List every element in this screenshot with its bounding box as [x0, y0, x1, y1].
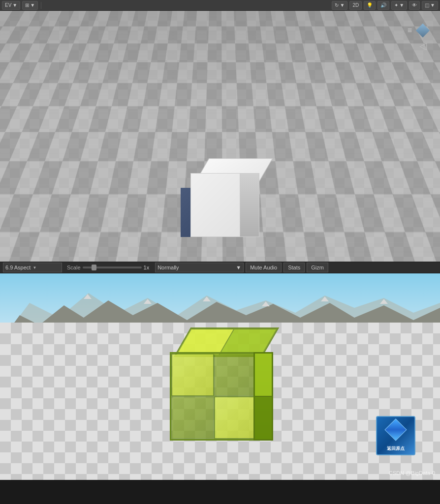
- refresh-arrow: ▼: [340, 2, 345, 8]
- fx-icon: ✦: [394, 2, 398, 8]
- layers-arrow: ▼: [430, 2, 435, 8]
- yellow-cube-front: [170, 352, 258, 441]
- ev-label: EV: [5, 2, 11, 8]
- ycube-right-cell-1: [254, 353, 272, 396]
- stats-button[interactable]: Stats: [283, 263, 305, 272]
- ycube-cell-2: [214, 354, 257, 396]
- fx-button[interactable]: ✦ ▼: [391, 1, 407, 10]
- scale-value: 1x: [144, 265, 150, 270]
- ev-button[interactable]: EV ▼: [2, 1, 20, 10]
- stats-label: Stats: [288, 265, 300, 270]
- eye-icon: 👁: [412, 2, 417, 8]
- light-button[interactable]: 💡: [364, 1, 376, 10]
- aspect-arrow: ▼: [32, 266, 36, 270]
- watermark-text: CSDN @BigData-0: [389, 470, 435, 476]
- scale-thumb: [92, 265, 96, 270]
- aspect-label: 6.9 Aspect: [5, 265, 31, 270]
- ycube-cell-1: [171, 354, 214, 396]
- return-btn-label: 返回原点: [377, 446, 414, 451]
- white-cube: [181, 158, 259, 237]
- yellow-cube: [155, 327, 273, 441]
- gizmo-arrow-down: ◁: [419, 40, 427, 52]
- normally-label: Normally: [157, 265, 179, 270]
- layers-icon: ◫: [425, 2, 429, 8]
- scale-slider[interactable]: [83, 267, 142, 268]
- scene-view: ≡ ◁: [0, 11, 440, 262]
- scene-gizmo: ◁: [410, 26, 435, 55]
- scene-toolbar: EV ▼ ⊞ ▼ ↻ ▼ 2D 💡 🔊 ✦ ▼ 👁 ◫ ▼: [0, 0, 440, 11]
- grid-icon: ⊞: [25, 2, 29, 8]
- separator-1: [41, 2, 41, 9]
- eye-button[interactable]: 👁: [409, 1, 420, 10]
- return-to-origin-button[interactable]: 返回原点: [376, 416, 415, 455]
- aspect-select[interactable]: 6.9 Aspect ▼: [3, 263, 62, 272]
- gizmo-diamond: [416, 24, 430, 37]
- 2d-label: 2D: [352, 2, 359, 8]
- ycube-cell-3: [171, 396, 214, 439]
- yellow-cube-right: [253, 352, 273, 441]
- layers-button[interactable]: ◫ ▼: [422, 1, 438, 10]
- refresh-icon: ↻: [335, 2, 339, 8]
- light-icon: 💡: [367, 2, 373, 8]
- grid-arrow: ▼: [30, 2, 35, 8]
- grid-button[interactable]: ⊞ ▼: [22, 1, 38, 10]
- 2d-button[interactable]: 2D: [349, 1, 362, 10]
- audio-button[interactable]: 🔊: [377, 1, 389, 10]
- normally-arrow: ▼: [236, 265, 241, 270]
- ev-arrow: ▼: [12, 2, 17, 8]
- ycube-right-cell-2: [254, 396, 272, 440]
- refresh-button[interactable]: ↻ ▼: [332, 1, 347, 10]
- cube-right-face: [240, 173, 259, 237]
- game-view: 返回原点 CSDN @BigData-0: [0, 273, 440, 480]
- mute-audio-label: Mute Audio: [250, 265, 277, 270]
- scale-label: Scale: [67, 265, 81, 270]
- yellow-cube-container: [155, 327, 273, 441]
- normally-select[interactable]: Normally ▼: [155, 263, 244, 272]
- fx-arrow: ▼: [399, 2, 404, 8]
- watermark: CSDN @BigData-0: [389, 470, 435, 476]
- gizmos-label: Gizm: [311, 265, 324, 270]
- scale-slider-container[interactable]: 1x: [83, 265, 150, 270]
- bottom-toolbar: 6.9 Aspect ▼ Scale 1x Normally ▼ Mute Au…: [0, 262, 440, 273]
- ycube-cell-4: [214, 396, 257, 439]
- audio-icon: 🔊: [380, 2, 386, 8]
- return-btn-diamond: [384, 418, 407, 441]
- gizmos-button[interactable]: Gizm: [307, 263, 328, 272]
- mute-audio-button[interactable]: Mute Audio: [246, 263, 282, 272]
